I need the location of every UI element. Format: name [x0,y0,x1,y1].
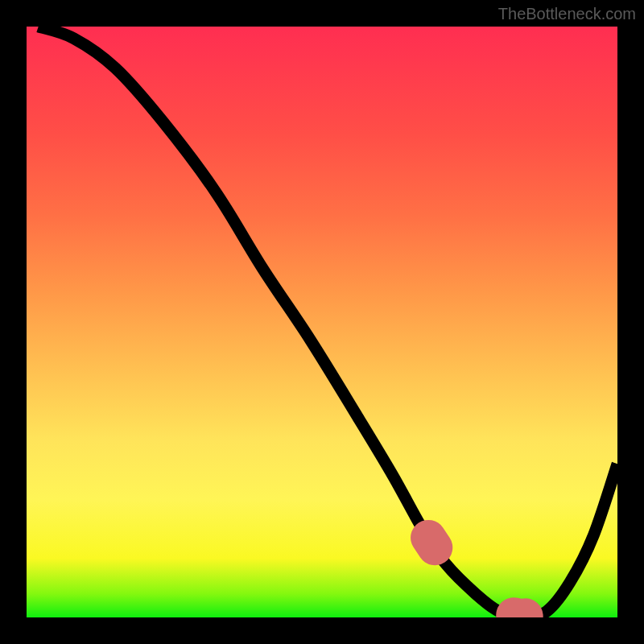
plot-svg [27,27,617,617]
bottleneck-curve [39,27,617,617]
watermark-label: TheBottleneck.com [498,5,636,23]
plot-area [27,27,617,617]
chart-frame [0,0,644,644]
